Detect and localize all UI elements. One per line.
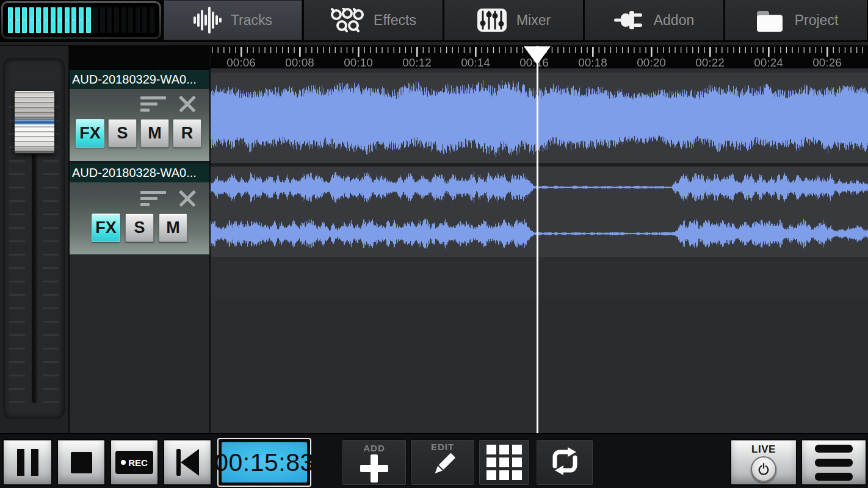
track-1-mute-button[interactable]: M [140,119,169,148]
vu-segment-lit [15,7,20,20]
vu-segment-unlit [136,20,140,33]
vu-segment-unlit [128,7,133,20]
plug-icon [614,8,645,32]
pencil-icon [428,453,457,484]
sliders-icon [477,7,507,33]
vu-segment-lit [29,20,34,33]
live-button[interactable]: LIVE [730,439,797,486]
top-tab-bar: Tracks Effects [0,0,868,41]
vu-segment-unlit [150,20,154,33]
vu-segment-lit [51,7,56,20]
vu-meter-row [8,7,154,20]
playhead-line[interactable] [537,46,538,433]
track-1-fx-button[interactable]: FX [76,119,104,148]
vu-segment-lit [79,7,84,20]
vu-meter [1,1,161,39]
vu-segment-unlit [114,20,119,33]
track-2-fx-button[interactable]: FX [92,214,120,242]
vu-segment-lit [22,7,27,20]
vu-segment-unlit [107,7,112,20]
track-2-solo-button[interactable]: S [125,214,154,242]
track-1-waveform [211,73,868,163]
vu-segment-unlit [150,7,154,20]
track-header-1: AUD-20180329-WA0... FX S M R [70,70,209,161]
vu-segment-lit [43,20,48,33]
vu-segment-unlit [93,7,98,20]
vu-segment-unlit [107,20,112,33]
vu-segment-unlit [142,7,147,20]
arrangement-area [211,46,868,433]
vu-segment-lit [57,20,62,33]
record-label: REC [128,458,148,468]
tab-effects-label: Effects [374,12,416,29]
tab-addon[interactable]: Addon [585,0,723,40]
tab-mixer-label: Mixer [516,12,551,29]
playhead-marker[interactable] [524,46,551,65]
loop-button[interactable] [536,439,593,486]
track-1-solo-button[interactable]: S [108,119,137,148]
folder-icon [754,7,786,33]
track-1-clip[interactable] [211,73,868,163]
menu-icon [815,445,853,481]
time-display: 00:15:83 [217,438,311,487]
vu-segment-unlit [121,7,126,20]
vu-segment-unlit [128,20,133,33]
vu-segment-lit [65,20,70,33]
skip-to-start-button[interactable] [163,439,212,486]
close-icon[interactable] [178,189,197,207]
pause-icon [17,449,38,476]
track-2-clip[interactable] [211,167,868,257]
vu-segment-lit [71,20,76,33]
vu-segment-lit [65,7,70,20]
add-label: ADD [363,443,385,453]
toolbar-divider [0,41,868,46]
tab-project[interactable]: Project [725,0,867,40]
fader-knob[interactable] [14,90,55,154]
vu-segment-lit [8,20,13,33]
vu-meter-screen [3,3,159,37]
time-display-value: 00:15:83 [222,442,307,483]
track-2-title[interactable]: AUD-20180328-WA0... [70,163,209,182]
track-2-waveform [211,167,868,257]
tab-mixer[interactable]: Mixer [444,0,583,40]
track-1-title[interactable]: AUD-20180329-WA0... [70,70,209,89]
tab-effects[interactable]: Effects [304,0,443,40]
vu-segment-lit [36,20,41,33]
vu-segment-lit [86,20,91,33]
stop-button[interactable] [57,439,106,486]
vu-segment-unlit [100,20,105,33]
tab-addon-label: Addon [654,12,695,29]
skip-to-start-icon [176,449,199,476]
track-2-mute-button[interactable]: M [159,214,187,242]
record-button[interactable]: REC [110,439,159,486]
fader-track [3,58,65,419]
vu-segment-lit [79,20,84,33]
track-header-2: AUD-20180328-WA0... FX S M [70,163,209,254]
stop-icon [71,452,92,473]
main-menu-button[interactable] [801,439,867,486]
pause-button[interactable] [2,439,52,486]
power-icon [751,456,776,482]
vu-segment-unlit [121,20,126,33]
live-label: LIVE [751,443,776,456]
track-1-record-arm-button[interactable]: R [173,119,201,148]
vu-segment-lit [22,20,27,33]
add-track-button[interactable]: ADD [342,439,407,486]
waveform-icon [193,5,222,35]
track-options-icon[interactable] [140,96,167,115]
tab-tracks[interactable]: Tracks [164,0,302,40]
vu-segment-lit [57,7,62,20]
edit-button[interactable]: EDIT [410,439,475,486]
vu-segment-lit [36,7,41,20]
vu-segment-lit [71,7,76,20]
vu-segment-unlit [114,7,119,20]
grid-snap-button[interactable] [479,439,530,486]
vu-segment-unlit [142,20,147,33]
ruler-corner [70,46,209,70]
grid-icon [486,445,522,480]
vu-meter-row [8,20,154,33]
track-options-icon[interactable] [140,191,167,209]
close-icon[interactable] [178,95,197,113]
vu-segment-unlit [136,7,140,20]
tab-tracks-label: Tracks [231,12,272,29]
